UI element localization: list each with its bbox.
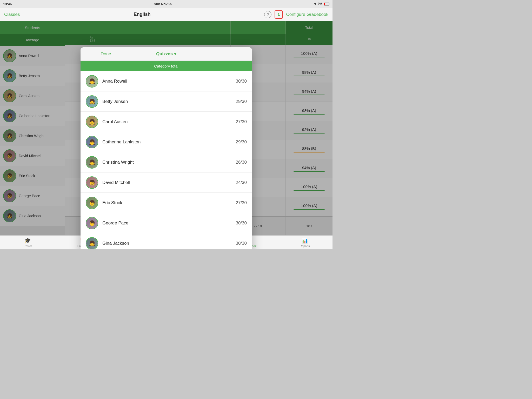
modal-student-name: Eric Stock	[102, 200, 231, 205]
modal-student-name: David Mitchell	[102, 180, 231, 185]
main-content: Students Average 👧 Anna Rowell 👧 Betty J…	[0, 21, 332, 235]
modal-avatar: 👧	[86, 156, 98, 169]
modal-score: 27/30	[236, 200, 247, 205]
modal-student-name: Catherine Lankston	[102, 139, 231, 145]
modal-list-item[interactable]: 👧 Anna Rowell 30/30	[81, 71, 252, 91]
modal-avatar: 👧	[86, 237, 98, 249]
status-time: 13:46	[3, 2, 12, 6]
top-nav: Classes English ? Σ Configure Gradebook	[0, 8, 332, 21]
modal-avatar: 👦	[86, 197, 98, 209]
modal-done-button[interactable]: Done	[86, 51, 126, 57]
tab-roster[interactable]: 🎓 Roster	[0, 237, 55, 248]
sigma-button[interactable]: Σ	[275, 10, 283, 19]
quiz-scores-modal: Done Quizzes ▾ Category total 👧 Anna Row…	[81, 47, 252, 249]
wifi-icon: ▾	[314, 2, 316, 6]
status-right: ▾ 3%	[314, 2, 329, 6]
modal-student-name: Christina Wright	[102, 160, 231, 165]
modal-student-name: Carol Austen	[102, 119, 231, 124]
modal-list-item[interactable]: 👧 Gina Jackson 30/30	[81, 233, 252, 249]
modal-score: 26/30	[236, 160, 247, 165]
modal-student-list: 👧 Anna Rowell 30/30 👧 Betty Jensen 29/30…	[81, 71, 252, 249]
modal-score: 30/30	[236, 241, 247, 246]
modal-avatar: 👦	[86, 176, 98, 189]
modal-score: 27/30	[236, 119, 247, 124]
modal-list-item[interactable]: 👧 Christina Wright 26/30	[81, 152, 252, 172]
status-date: Sun Nov 25	[154, 2, 172, 6]
modal-list-item[interactable]: 👧 Carol Austen 27/30	[81, 112, 252, 132]
modal-student-name: Anna Rowell	[102, 79, 231, 84]
tab-reports[interactable]: 📊 Reports	[277, 237, 332, 248]
classes-button[interactable]: Classes	[4, 12, 20, 17]
modal-list-item[interactable]: 👧 Catherine Lankston 29/30	[81, 132, 252, 152]
page-title: English	[134, 12, 150, 17]
tab-reports-label: Reports	[300, 244, 310, 248]
tab-roster-label: Roster	[23, 244, 32, 248]
modal-avatar: 👧	[86, 95, 98, 108]
battery-icon	[324, 3, 329, 5]
roster-icon: 🎓	[24, 237, 31, 244]
modal-list-item[interactable]: 👧 Betty Jensen 29/30	[81, 91, 252, 112]
modal-score: 30/30	[236, 221, 247, 226]
help-button[interactable]: ?	[264, 11, 271, 18]
category-total-label: Category total	[154, 64, 178, 68]
modal-score: 24/30	[236, 180, 247, 185]
modal-avatar: 👧	[86, 75, 98, 88]
modal-score: 30/30	[236, 79, 247, 84]
modal-list-item[interactable]: 👦 David Mitchell 24/30	[81, 172, 252, 193]
modal-avatar: 👦	[86, 217, 98, 229]
configure-gradebook-button[interactable]: Configure Gradebook	[286, 12, 328, 17]
modal-avatar: 👧	[86, 116, 98, 128]
modal-score: 29/30	[236, 99, 247, 104]
modal-header: Done Quizzes ▾	[81, 47, 252, 61]
modal-student-name: Betty Jensen	[102, 99, 231, 104]
modal-title: Quizzes ▾	[126, 51, 207, 57]
battery-text: 3%	[318, 2, 322, 6]
modal-avatar: 👧	[86, 136, 98, 148]
modal-student-name: Gina Jackson	[102, 241, 231, 246]
reports-icon: 📊	[302, 237, 308, 244]
nav-right: ? Σ Configure Gradebook	[264, 10, 328, 19]
modal-list-item[interactable]: 👦 George Pace 30/30	[81, 213, 252, 233]
status-bar: 13:46 Sun Nov 25 ▾ 3%	[0, 0, 332, 8]
modal-score: 29/30	[236, 139, 247, 145]
modal-student-name: George Pace	[102, 221, 231, 226]
modal-list-item[interactable]: 👦 Eric Stock 27/30	[81, 193, 252, 213]
modal-overlay[interactable]: Done Quizzes ▾ Category total 👧 Anna Row…	[0, 21, 332, 235]
category-total-bar: Category total	[81, 61, 252, 71]
